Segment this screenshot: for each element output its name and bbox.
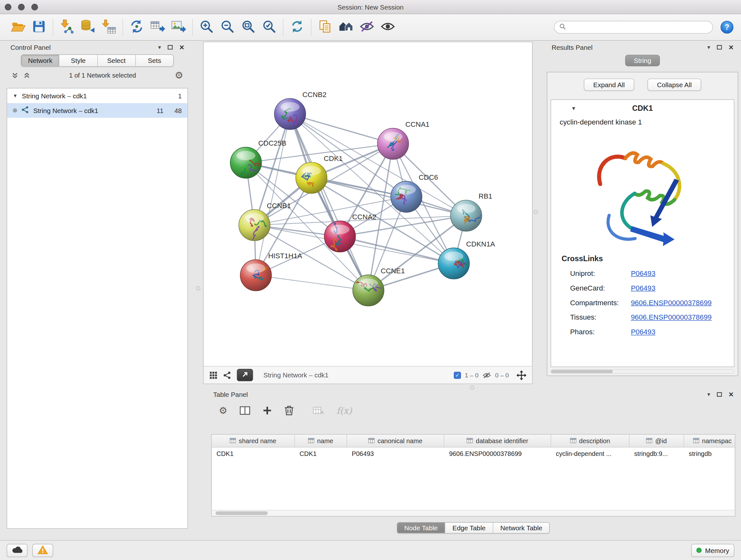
panel-float-icon[interactable] bbox=[717, 392, 722, 397]
gear-icon[interactable]: ⚙ bbox=[219, 406, 227, 415]
tab-node-table[interactable]: Node Table bbox=[397, 523, 445, 533]
panel-float-icon[interactable] bbox=[717, 45, 722, 50]
table-horizontal-scrollbar[interactable] bbox=[212, 510, 735, 516]
network-node-ccna1[interactable]: CCNA1 bbox=[378, 120, 429, 159]
hidden-eye-icon[interactable] bbox=[482, 371, 491, 379]
network-node-ccnb1[interactable]: CCNB1 bbox=[239, 202, 291, 241]
share-icon[interactable] bbox=[223, 371, 231, 379]
tab-style[interactable]: Style bbox=[59, 55, 97, 66]
memory-button[interactable]: Memory bbox=[691, 544, 734, 557]
export-table-button[interactable] bbox=[147, 17, 168, 38]
network-node-cdkn1a[interactable]: CDKN1A bbox=[438, 240, 495, 279]
collapse-all-button[interactable]: Collapse All bbox=[648, 78, 701, 91]
selected-checkbox[interactable]: ✓ bbox=[454, 372, 461, 379]
tab-string[interactable]: String bbox=[625, 55, 660, 66]
panel-close-icon[interactable]: × bbox=[729, 44, 733, 51]
crosslink-label: Tissues: bbox=[570, 313, 630, 321]
birdseye-icon[interactable] bbox=[516, 370, 526, 380]
tab-select[interactable]: Select bbox=[97, 55, 135, 66]
zoom-fit-button[interactable] bbox=[238, 17, 259, 38]
crosslink-link[interactable]: 9606.ENSP00000378699 bbox=[631, 299, 712, 307]
network-node-cdk1[interactable]: CDK1 bbox=[296, 154, 343, 193]
splitter-handle[interactable] bbox=[470, 385, 474, 389]
column-header-name[interactable]: name bbox=[295, 435, 347, 447]
crosslink-link[interactable]: P06493 bbox=[631, 328, 656, 336]
panel-menu-icon[interactable]: ▾ bbox=[707, 392, 710, 397]
help-button[interactable]: ? bbox=[721, 21, 733, 34]
expand-all-button[interactable]: Expand All bbox=[584, 78, 634, 91]
copy-document-button[interactable] bbox=[315, 17, 335, 38]
zoom-out-button[interactable] bbox=[217, 17, 238, 38]
column-header-shared-name[interactable]: shared name bbox=[212, 435, 294, 447]
crosslink-link[interactable]: P06493 bbox=[631, 284, 656, 292]
crosslink-link[interactable]: 9606.ENSP00000378699 bbox=[631, 313, 712, 321]
zoom-window-button[interactable] bbox=[31, 4, 38, 10]
search-input[interactable] bbox=[569, 23, 708, 30]
panel-float-icon[interactable] bbox=[167, 45, 173, 50]
network-edge[interactable] bbox=[256, 114, 290, 275]
network-row[interactable]: String Network – cdk1 11 48 bbox=[7, 103, 187, 118]
splitter-handle[interactable] bbox=[534, 210, 538, 214]
tab-network-table[interactable]: Network Table bbox=[493, 523, 549, 533]
tab-network[interactable]: Network bbox=[21, 55, 59, 66]
column-header-description[interactable]: description bbox=[551, 435, 629, 447]
minimize-window-button[interactable] bbox=[18, 4, 25, 10]
panel-close-icon[interactable]: × bbox=[179, 44, 184, 51]
network-node-rb1[interactable]: RB1 bbox=[451, 192, 492, 231]
export-image-button[interactable] bbox=[168, 17, 189, 38]
zoom-in-button[interactable] bbox=[196, 17, 217, 38]
save-session-button[interactable] bbox=[28, 17, 49, 38]
network-node-cdc25b[interactable]: CDC25B bbox=[230, 139, 286, 180]
cloud-button[interactable] bbox=[7, 544, 27, 557]
open-session-button[interactable] bbox=[8, 17, 28, 38]
export-view-button[interactable] bbox=[237, 369, 253, 381]
table-row[interactable]: CDK1CDK1P064939606.ENSP00000378699cyclin… bbox=[212, 447, 735, 460]
add-column-icon[interactable] bbox=[262, 406, 272, 415]
panel-menu-icon[interactable]: ▾ bbox=[158, 44, 161, 50]
network-node-hist1h1a[interactable]: HIST1H1A bbox=[240, 252, 302, 291]
horizontal-scrollbar-thumb[interactable] bbox=[551, 370, 613, 373]
network-edge[interactable] bbox=[340, 237, 454, 263]
zoom-selected-button[interactable] bbox=[259, 17, 280, 38]
panel-menu-icon[interactable]: ▾ bbox=[707, 44, 710, 50]
delete-icon[interactable] bbox=[284, 406, 294, 416]
network-node-ccnb2[interactable]: CCNB2 bbox=[274, 91, 327, 130]
network-canvas[interactable]: CCNB2CCNA1CDC25BCDK1CDC6RB1CCNB1CCNA2CDK… bbox=[204, 42, 532, 366]
network-edge[interactable] bbox=[256, 275, 368, 290]
new-network-button[interactable] bbox=[126, 17, 147, 38]
split-columns-icon[interactable] bbox=[240, 406, 250, 415]
copy-document-icon bbox=[318, 19, 333, 35]
close-window-button[interactable] bbox=[5, 4, 11, 10]
expand-all-networks-icon[interactable] bbox=[11, 71, 18, 78]
import-table-button[interactable] bbox=[98, 17, 119, 38]
refresh-button[interactable] bbox=[286, 17, 307, 38]
tab-edge-table[interactable]: Edge Table bbox=[445, 523, 493, 533]
protein-section-header[interactable]: ▼ CDK1 bbox=[551, 100, 734, 117]
collapse-arrow-icon[interactable]: ▼ bbox=[571, 105, 576, 111]
warning-button[interactable] bbox=[32, 544, 53, 557]
collapse-all-networks-icon[interactable] bbox=[23, 71, 30, 78]
network-edge[interactable] bbox=[290, 114, 368, 291]
column-header--id[interactable]: @id bbox=[629, 435, 684, 447]
column-header-namespac[interactable]: namespac bbox=[684, 435, 735, 447]
column-header-canonical-name[interactable]: canonical name bbox=[347, 435, 444, 447]
import-network-database-button[interactable] bbox=[77, 17, 98, 38]
show-eye-button[interactable] bbox=[378, 17, 398, 38]
collapse-arrow-icon[interactable]: ▼ bbox=[13, 93, 17, 98]
houses-button[interactable] bbox=[336, 17, 356, 38]
splitter-handle[interactable] bbox=[196, 286, 200, 290]
column-header-database-identifier[interactable]: database identifier bbox=[444, 435, 551, 447]
crosslink-link[interactable]: P06493 bbox=[631, 269, 656, 277]
import-network-file-button[interactable] bbox=[57, 17, 77, 38]
network-view[interactable]: CCNB2CCNA1CDC25BCDK1CDC6RB1CCNB1CCNA2CDK… bbox=[203, 42, 533, 384]
gear-icon[interactable]: ⚙ bbox=[175, 71, 183, 80]
search-box[interactable] bbox=[554, 21, 713, 34]
network-collection-row[interactable]: ▼ String Network – cdk1 1 bbox=[7, 88, 187, 103]
panel-close-icon[interactable]: × bbox=[729, 390, 733, 398]
tab-sets[interactable]: Sets bbox=[135, 55, 173, 66]
results-horizontal-scrollbar[interactable] bbox=[551, 369, 735, 374]
horizontal-scrollbar-thumb[interactable] bbox=[215, 511, 268, 515]
network-edge[interactable] bbox=[290, 114, 393, 144]
hide-eye-button[interactable] bbox=[356, 17, 377, 38]
grid-icon[interactable] bbox=[209, 371, 217, 379]
